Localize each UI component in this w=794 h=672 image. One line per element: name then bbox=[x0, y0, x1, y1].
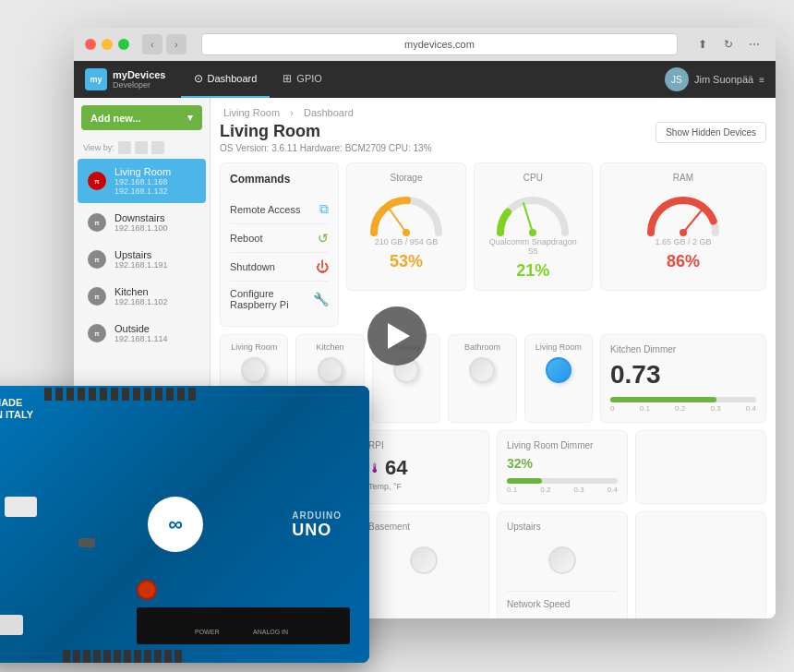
nav-tabs: ⊙ Dashboard ⊞ GPIO bbox=[181, 61, 335, 98]
show-hidden-devices-button[interactable]: Show Hidden Devices bbox=[656, 122, 766, 143]
arduino-ic-chip bbox=[137, 607, 350, 644]
bot-pin-9 bbox=[144, 650, 151, 663]
view-detail-icon[interactable] bbox=[151, 141, 164, 154]
command-remote-access[interactable]: Remote Access ⧉ bbox=[230, 195, 329, 224]
pin-11 bbox=[155, 388, 162, 401]
switch-living-room-2[interactable]: Living Room bbox=[524, 334, 593, 423]
logo-text: myDevices Developer bbox=[113, 69, 166, 90]
add-new-button[interactable]: Add new... ▾ bbox=[81, 105, 202, 130]
switch-knob-5[interactable] bbox=[546, 357, 571, 383]
user-menu-icon[interactable]: ≡ bbox=[759, 75, 764, 85]
sidebar-item-kitchen[interactable]: π Kitchen 192.168.1.102 bbox=[78, 279, 206, 314]
sidebar-item-downstairs[interactable]: π Downstairs 192.168.1.100 bbox=[78, 205, 206, 240]
upstairs-knob[interactable] bbox=[548, 546, 576, 574]
device-info-upstairs: Upstairs 192.168.1.191 bbox=[114, 249, 197, 270]
made-in-italy-text: MADE IN ITALY bbox=[0, 397, 33, 421]
raspberry-pi-icon-4: π bbox=[88, 287, 106, 306]
dimmer-progress-bg bbox=[610, 397, 756, 402]
traffic-light-red[interactable] bbox=[85, 39, 96, 50]
pin-10 bbox=[144, 388, 151, 401]
pin-6 bbox=[100, 388, 107, 401]
bot-pin-1 bbox=[63, 650, 70, 663]
user-area: JS Jim Suonpää ≡ bbox=[665, 67, 764, 91]
bot-pin-8 bbox=[134, 650, 141, 663]
kitchen-dimmer-card: Kitchen Dimmer 0.73 0 0.1 0.2 bbox=[600, 334, 766, 423]
dimmer-scale-row: 0.10.20.30.4 bbox=[507, 486, 618, 494]
avatar: JS bbox=[665, 67, 689, 91]
arduino-button bbox=[137, 580, 157, 600]
rpi-temp-card: RPI 🌡 64 Temp, °F bbox=[358, 430, 489, 504]
forward-button[interactable]: › bbox=[166, 34, 186, 54]
configure-icon: 🔧 bbox=[313, 292, 329, 306]
bot-pin-3 bbox=[83, 650, 90, 663]
share-button[interactable]: ⬆ bbox=[692, 34, 713, 54]
browser-chrome: ‹ › mydevices.com ⬆ ↻ ⋯ bbox=[74, 28, 776, 61]
pin-13 bbox=[177, 388, 185, 401]
svg-line-0 bbox=[388, 207, 406, 233]
command-reboot[interactable]: Reboot ↺ bbox=[230, 224, 329, 253]
basement-card: Basement bbox=[358, 511, 489, 618]
arduino-board-overlay: MADE IN ITALY ∞ ARDUINO UNO bbox=[0, 386, 369, 663]
svg-point-1 bbox=[403, 229, 410, 236]
arduino-crystal bbox=[5, 497, 37, 517]
sidebar-item-outside[interactable]: π Outside 192.168.1.114 bbox=[78, 316, 206, 351]
raspberry-pi-icon: π bbox=[88, 172, 106, 190]
pin-1 bbox=[44, 388, 52, 401]
arduino-logo: ∞ bbox=[148, 497, 203, 552]
refresh-button[interactable]: ↻ bbox=[718, 34, 739, 54]
switch-knob-2[interactable] bbox=[318, 357, 343, 383]
device-icon-outside: π bbox=[87, 323, 107, 343]
gpio-icon: ⊞ bbox=[283, 72, 292, 85]
dimmer-progress-fill bbox=[610, 397, 716, 402]
pin-2 bbox=[55, 388, 63, 401]
svg-point-5 bbox=[680, 229, 687, 236]
traffic-light-yellow[interactable] bbox=[102, 39, 113, 50]
browser-nav-buttons: ‹ › bbox=[142, 34, 186, 54]
command-configure-rpi[interactable]: Configure Raspberry Pi 🔧 bbox=[230, 282, 329, 317]
thermometer-icon: 🌡 bbox=[368, 461, 381, 475]
page-header: Living Room OS Version: 3.6.11 Hardware:… bbox=[220, 122, 766, 153]
view-list-icon[interactable] bbox=[118, 141, 131, 154]
device-info-outside: Outside 192.168.1.114 bbox=[114, 323, 197, 343]
switch-knob-4[interactable] bbox=[469, 357, 495, 383]
arduino-component-1 bbox=[78, 538, 95, 547]
dimmer-scale: 0 0.1 0.2 0.3 0.4 bbox=[610, 404, 756, 413]
tab-gpio[interactable]: ⊞ GPIO bbox=[270, 61, 335, 98]
arduino-board: MADE IN ITALY ∞ ARDUINO UNO bbox=[0, 386, 369, 663]
dropdown-arrow-icon: ▾ bbox=[187, 112, 193, 124]
bot-pin-12 bbox=[174, 650, 182, 663]
pin-3 bbox=[66, 388, 74, 401]
basement-knob[interactable] bbox=[410, 546, 438, 574]
switch-knob-1[interactable] bbox=[241, 357, 267, 383]
back-button[interactable]: ‹ bbox=[142, 34, 162, 54]
pin-8 bbox=[122, 388, 129, 401]
address-bar[interactable]: mydevices.com bbox=[201, 33, 678, 55]
pin-5 bbox=[89, 388, 96, 401]
commands-panel: Commands Remote Access ⧉ Reboot ↺ Shutdo… bbox=[220, 162, 339, 327]
shutdown-icon: ⏻ bbox=[316, 259, 329, 274]
sidebar-item-living-room[interactable]: π Living Room 192.168.1.168 192.168.1.13… bbox=[78, 159, 206, 203]
dashboard-icon: ⊙ bbox=[194, 72, 203, 85]
play-button-overlay[interactable] bbox=[367, 306, 427, 366]
ram-gauge-svg bbox=[642, 186, 725, 237]
sidebar-item-upstairs[interactable]: π Upstairs 192.168.1.191 bbox=[78, 242, 206, 277]
device-icon-downstairs: π bbox=[87, 212, 107, 233]
scene: ‹ › mydevices.com ⬆ ↻ ⋯ my myDevices Dev bbox=[0, 0, 794, 672]
switch-bathroom[interactable]: Bathroom bbox=[448, 334, 516, 423]
cpu-gauge-svg bbox=[491, 186, 574, 237]
placeholder-card bbox=[635, 430, 766, 504]
svg-point-3 bbox=[529, 229, 536, 236]
bot-pin-7 bbox=[124, 650, 131, 663]
logo-area: my myDevices Developer bbox=[85, 68, 166, 90]
more-button[interactable]: ⋯ bbox=[744, 34, 764, 54]
page-title: Living Room bbox=[220, 122, 432, 141]
pin-12 bbox=[166, 388, 174, 401]
network-speed-section: Network Speed ⊘ 32 Mbit/sec bbox=[507, 591, 618, 618]
command-shutdown[interactable]: Shutdown ⏻ bbox=[230, 253, 329, 282]
traffic-light-green[interactable] bbox=[118, 39, 129, 50]
empty-card-2 bbox=[635, 511, 766, 618]
tab-dashboard[interactable]: ⊙ Dashboard bbox=[181, 61, 271, 98]
reboot-icon: ↺ bbox=[318, 231, 329, 246]
pin-9 bbox=[133, 388, 140, 401]
view-grid-icon[interactable] bbox=[135, 141, 148, 154]
